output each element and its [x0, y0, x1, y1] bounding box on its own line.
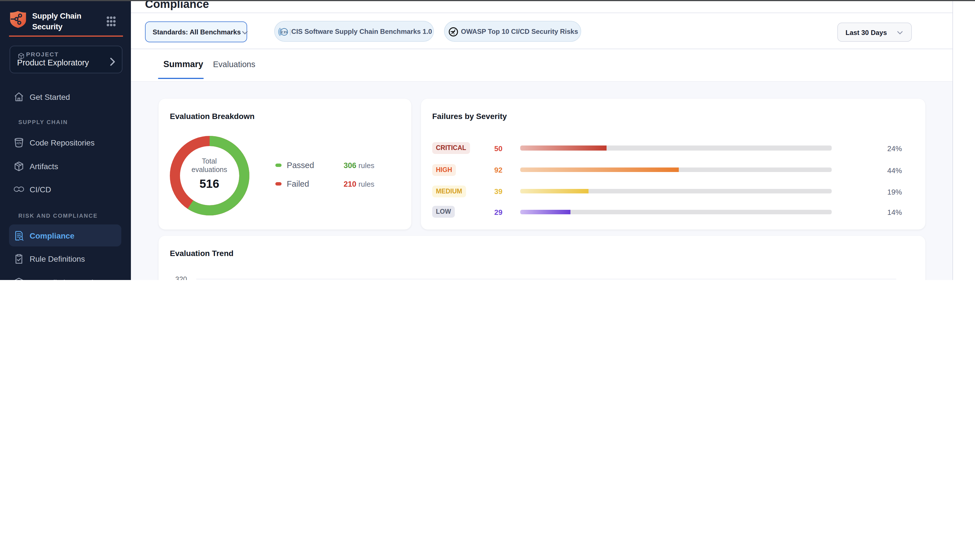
svg-text:320: 320: [175, 275, 187, 280]
svg-text:</>: </>: [17, 141, 22, 145]
